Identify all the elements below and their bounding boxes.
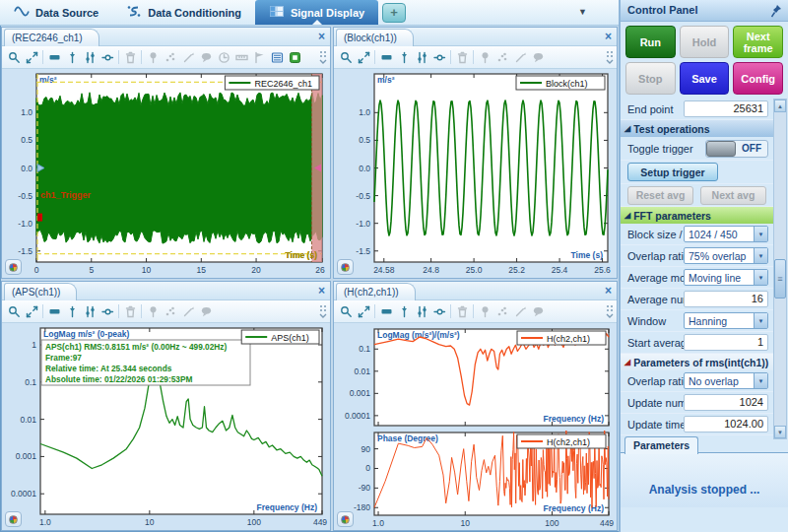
close-icon[interactable]: × bbox=[605, 283, 612, 299]
harmonic-cursor-icon[interactable] bbox=[430, 302, 448, 320]
comment-icon[interactable] bbox=[529, 48, 547, 66]
end-point-input[interactable]: 25631 bbox=[684, 100, 768, 117]
average-mode-dropdown[interactable]: Moving line▼ bbox=[684, 269, 768, 286]
tab-data-conditioning[interactable]: Data Conditioning bbox=[112, 0, 255, 25]
fit-icon[interactable] bbox=[355, 48, 372, 66]
display-bar-icon[interactable] bbox=[377, 48, 395, 66]
flag-icon[interactable] bbox=[250, 48, 268, 66]
trigger-toggle[interactable]: OFF bbox=[705, 140, 768, 158]
next-frame-button[interactable]: Next frame bbox=[733, 26, 783, 58]
brush-icon[interactable] bbox=[179, 302, 197, 320]
display-bar-icon[interactable] bbox=[45, 302, 63, 320]
panel-tab-aps[interactable]: (APS(ch1)) bbox=[4, 283, 77, 300]
rms-overlap-ratio-dropdown[interactable]: No overlap▼ bbox=[684, 372, 768, 389]
toolbar-overflow-icon[interactable] bbox=[605, 49, 615, 69]
section-header[interactable]: ◢Parameters of rms(int(ch1)) bbox=[621, 354, 773, 370]
tuner-icon[interactable] bbox=[81, 302, 98, 320]
pin-icon[interactable] bbox=[770, 4, 782, 25]
section-collapse-icon[interactable]: ◢ bbox=[624, 359, 630, 366]
parameters-scrollbar[interactable]: ▲ ▼ bbox=[773, 99, 787, 439]
chevron-down-icon[interactable]: ▼ bbox=[754, 313, 767, 328]
harmonic-cursor-icon[interactable] bbox=[98, 302, 116, 320]
tuner-icon[interactable] bbox=[81, 48, 98, 66]
panel-tab-rec2646[interactable]: (REC2646_ch1) bbox=[4, 29, 99, 46]
fit-icon[interactable] bbox=[23, 302, 40, 320]
section-header[interactable]: ◢Test operations bbox=[621, 120, 773, 137]
list-icon[interactable] bbox=[268, 48, 286, 66]
chevron-down-icon[interactable]: ▼ bbox=[754, 270, 767, 285]
comment-icon[interactable] bbox=[197, 302, 215, 320]
reset-avg-button[interactable]: Reset avg bbox=[627, 186, 693, 205]
scrollbar-thumb[interactable] bbox=[774, 259, 786, 299]
palette-button[interactable] bbox=[337, 511, 354, 527]
update-number-input[interactable]: 1024 bbox=[684, 394, 768, 411]
vertical-cursor-icon[interactable] bbox=[63, 302, 81, 320]
display-bar-icon[interactable] bbox=[45, 48, 63, 66]
block-size-dropdown[interactable]: 1024 / 450▼ bbox=[684, 226, 768, 242]
trash-icon[interactable] bbox=[453, 302, 471, 320]
display-bar-icon[interactable] bbox=[377, 302, 395, 320]
next-avg-button[interactable]: Next avg bbox=[700, 186, 766, 205]
export-icon[interactable] bbox=[286, 48, 303, 66]
scatter-icon[interactable] bbox=[493, 48, 511, 66]
harmonic-cursor-icon[interactable] bbox=[430, 48, 448, 66]
overlap-ratio-dropdown[interactable]: 75% overlap▼ bbox=[684, 247, 768, 264]
trash-icon[interactable] bbox=[121, 302, 139, 320]
fit-icon[interactable] bbox=[355, 302, 372, 320]
toolbar-overflow-icon[interactable] bbox=[318, 49, 328, 69]
panel-tab-h[interactable]: (H(ch2,ch1)) bbox=[336, 283, 416, 300]
vertical-cursor-icon[interactable] bbox=[63, 48, 81, 66]
toolbar-overflow-icon[interactable] bbox=[605, 303, 615, 323]
pin-marker-icon[interactable] bbox=[144, 48, 162, 66]
chevron-down-icon[interactable]: ▼ bbox=[754, 248, 767, 263]
stop-button[interactable]: Stop bbox=[625, 62, 676, 95]
tab-data-source[interactable]: Data Source bbox=[0, 0, 112, 25]
update-time-input[interactable]: 1024.00 bbox=[684, 416, 768, 432]
close-icon[interactable]: × bbox=[605, 29, 612, 44]
close-icon[interactable]: × bbox=[318, 283, 325, 299]
average-number-input[interactable]: 16 bbox=[684, 291, 768, 307]
window-dropdown[interactable]: Hanning▼ bbox=[684, 312, 768, 329]
zoom-icon[interactable] bbox=[337, 302, 355, 320]
pin-marker-icon[interactable] bbox=[476, 48, 493, 66]
scroll-up-icon[interactable]: ▲ bbox=[774, 100, 786, 112]
scroll-down-icon[interactable]: ▼ bbox=[774, 426, 786, 438]
tuner-icon[interactable] bbox=[413, 302, 430, 320]
section-collapse-icon[interactable]: ◢ bbox=[624, 125, 630, 133]
palette-button[interactable] bbox=[337, 259, 354, 275]
harmonic-cursor-icon[interactable] bbox=[98, 48, 116, 66]
scatter-icon[interactable] bbox=[162, 48, 179, 66]
tabbar-overflow-icon[interactable]: ▼ bbox=[578, 7, 587, 17]
hold-button[interactable]: Hold bbox=[680, 26, 730, 58]
fit-icon[interactable] bbox=[23, 48, 40, 66]
toolbar-overflow-icon[interactable] bbox=[318, 303, 328, 323]
add-window-button[interactable]: + bbox=[382, 3, 406, 23]
ruler-icon[interactable] bbox=[232, 48, 250, 66]
chevron-down-icon[interactable]: ▼ bbox=[754, 227, 767, 241]
chevron-down-icon[interactable]: ▼ bbox=[754, 373, 767, 388]
comment-icon[interactable] bbox=[197, 48, 215, 66]
zoom-icon[interactable] bbox=[5, 48, 23, 66]
clock-icon[interactable] bbox=[215, 48, 232, 66]
run-button[interactable]: Run bbox=[625, 26, 676, 58]
scatter-icon[interactable] bbox=[162, 302, 179, 320]
setup-trigger-button[interactable]: Setup trigger bbox=[627, 163, 718, 181]
palette-button[interactable] bbox=[5, 511, 22, 527]
scatter-icon[interactable] bbox=[493, 302, 511, 320]
trash-icon[interactable] bbox=[453, 48, 471, 66]
vertical-cursor-icon[interactable] bbox=[395, 302, 413, 320]
section-header[interactable]: ◢FFT parameters bbox=[621, 207, 773, 224]
save-button[interactable]: Save bbox=[680, 62, 730, 95]
panel-tab-block[interactable]: (Block(ch1)) bbox=[336, 29, 414, 46]
comment-icon[interactable] bbox=[529, 302, 547, 320]
pin-marker-icon[interactable] bbox=[144, 302, 162, 320]
vertical-cursor-icon[interactable] bbox=[395, 48, 413, 66]
close-icon[interactable]: × bbox=[318, 29, 325, 44]
palette-button[interactable] bbox=[5, 259, 22, 275]
zoom-icon[interactable] bbox=[337, 48, 355, 66]
section-collapse-icon[interactable]: ◢ bbox=[624, 212, 630, 220]
zoom-icon[interactable] bbox=[5, 302, 23, 320]
brush-icon[interactable] bbox=[511, 48, 529, 66]
tuner-icon[interactable] bbox=[413, 48, 430, 66]
start-average-frame-input[interactable]: 1 bbox=[684, 334, 768, 351]
